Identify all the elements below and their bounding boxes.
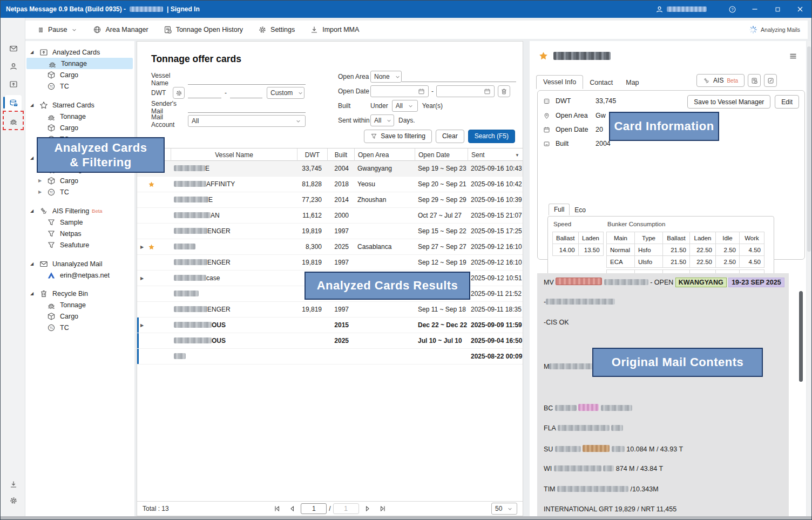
sidebar-group-starred-cards[interactable]: ◢ Starred Cards (25, 99, 134, 111)
table-row[interactable]: OUS 2025 Jul 10 ~ Jul 10 2025-09-04 16:5… (137, 333, 523, 349)
import-mma-label: Import MMA (322, 26, 359, 33)
row-expand-icon[interactable]: ▶ (140, 245, 145, 249)
sidebar-group-recycle-bin[interactable]: ◢ Recycle Bin (25, 288, 134, 299)
dwt-settings-button[interactable] (173, 87, 185, 99)
sidebar-item-recycle-tc[interactable]: TC (25, 322, 134, 333)
rail-contacts-button[interactable] (5, 58, 22, 74)
open-area-select[interactable]: None (370, 71, 402, 83)
sidebar-item-recycle-cargo[interactable]: Cargo (25, 310, 134, 322)
rail-vessel-button[interactable] (5, 113, 22, 129)
sidebar-item-tc[interactable]: TC (25, 80, 134, 92)
open-area-extra-input[interactable] (402, 71, 516, 82)
sidebar-item-starred-tonnage[interactable]: Tonnage (25, 111, 134, 122)
rail-download-button[interactable] (5, 476, 22, 492)
area-manager-button[interactable]: Area Manager (93, 25, 148, 34)
sidebar-item-cargo[interactable]: Cargo (25, 69, 134, 80)
next-page-button[interactable] (361, 503, 374, 515)
sent-within-select[interactable]: All (370, 114, 394, 126)
page-input[interactable]: 1 (301, 503, 327, 514)
table-row[interactable]: E 77,230 2014 Zhoushan Sep 29 ~ Sep 29 2… (137, 192, 523, 208)
sidebar-item-tonnage[interactable]: Tonnage (26, 58, 133, 69)
cell-open-area: Yeosu (354, 180, 415, 188)
row-expand-icon[interactable]: ▶ (140, 323, 145, 328)
tonnage-open-history-button[interactable]: Tonnage Open History (164, 25, 243, 34)
sidebar-item-mail-account[interactable]: erin@netpas.net (25, 269, 134, 281)
table-row[interactable]: ENGER 19,819 1997 Sep 12 ~ Sep 19 2025-0… (137, 255, 523, 271)
help-button[interactable] (721, 1, 743, 18)
built-select[interactable]: All (392, 100, 418, 112)
dwt-max-input[interactable] (230, 87, 262, 98)
account-menu[interactable] (655, 5, 707, 13)
close-button[interactable] (789, 1, 811, 18)
rail-settings-button[interactable] (5, 492, 22, 508)
tab-map[interactable]: Map (619, 76, 645, 89)
star-icon[interactable] (538, 51, 549, 61)
card-edit-button[interactable] (764, 74, 777, 87)
table-row[interactable]: 2025-08-22 00:09 (137, 349, 523, 364)
dwt-min-input[interactable] (188, 87, 221, 98)
table-row[interactable]: ▶ OUS 2015 Dec 22 ~ Dec 22 2025-09-09 11… (137, 318, 523, 333)
table-row[interactable]: ▶ 8,300 2025 Casablanca Sep 27 ~ Sep 27 … (137, 239, 523, 255)
prev-page-button[interactable] (286, 503, 299, 515)
rail-mail-button[interactable] (5, 40, 22, 56)
sidebar-item-ais-sample[interactable]: Sample (25, 217, 134, 228)
col-open-date[interactable]: Open Date (415, 148, 468, 161)
vessel-name-input[interactable] (188, 74, 306, 85)
col-vessel-name[interactable]: Vessel Name (171, 148, 297, 161)
clear-button[interactable]: Clear (436, 130, 464, 143)
sidebar-item-recycle-tonnage[interactable]: Tonnage (25, 299, 134, 310)
sidebar-item-group3-cargo[interactable]: ▶ Cargo (25, 175, 134, 186)
table-row[interactable]: ENGER 19,819 1997 Sep 11 ~ Sep 18 2025-0… (137, 302, 523, 318)
tab-vessel-info[interactable]: Vessel Info (536, 75, 583, 89)
ship-icon (47, 112, 56, 121)
table-row[interactable]: AFFINITY 81,828 2018 Yeosu Sep 20 ~ Sep … (137, 177, 523, 192)
col-built[interactable]: Built (327, 148, 354, 161)
import-mma-button[interactable]: Import MMA (310, 25, 359, 34)
sidebar-item-starred-cargo[interactable]: Cargo (25, 122, 134, 133)
redacted-vessel-name (174, 181, 206, 187)
sidebar-item-group3-tc[interactable]: ▶ TC (25, 186, 134, 198)
rail-analyzed-cards-button[interactable] (5, 95, 22, 111)
table-row[interactable]: ENGER 19,819 1997 Sep 15 ~ Sep 22 2025-0… (137, 224, 523, 239)
star-icon[interactable] (148, 181, 155, 188)
col-sent[interactable]: Sent ▼ (468, 148, 523, 161)
mail-account-select[interactable]: All (188, 115, 306, 127)
search-button[interactable]: Search (F5) (468, 130, 515, 143)
mail-scrollbar-thumb[interactable] (799, 291, 803, 382)
card-history-button[interactable] (748, 74, 761, 87)
open-date-from-input[interactable] (370, 85, 429, 97)
tab-eco[interactable]: Eco (570, 205, 591, 215)
sidebar-group-analyzed-cards[interactable]: ◢ Analyzed Cards (25, 46, 134, 58)
minimize-button[interactable] (743, 1, 766, 18)
tab-full[interactable]: Full (549, 204, 570, 215)
pause-button[interactable]: Pause (37, 26, 78, 33)
save-to-filtering-button[interactable]: Save to filtering (364, 130, 432, 143)
last-page-button[interactable] (376, 503, 389, 515)
card-menu-button[interactable] (789, 52, 797, 62)
pause-icon (37, 26, 44, 33)
sidebar-group-unanalyzed-mail[interactable]: ◢ Unanalyzed Mail (25, 258, 134, 269)
sidebar-item-ais-seafuture[interactable]: Seafuture (25, 239, 134, 251)
chevron-down-icon (297, 90, 304, 97)
sidebar-item-ais-netpas[interactable]: Netpas (25, 228, 134, 239)
col-open-area[interactable]: Open Area (354, 148, 415, 161)
col-dwt[interactable]: DWT (297, 148, 327, 161)
panel-scrollbar-thumb[interactable] (807, 46, 811, 252)
first-page-button[interactable] (270, 503, 283, 515)
open-date-clear-button[interactable] (498, 85, 510, 97)
settings-button[interactable]: Settings (258, 25, 295, 34)
rail-import-button[interactable] (5, 76, 22, 92)
dwt-preset-select[interactable]: Custom (267, 87, 304, 99)
open-date-to-input[interactable] (436, 85, 495, 97)
save-to-vessel-manager-button[interactable]: Save to Vessel Manager (687, 95, 770, 109)
table-row[interactable]: AN 11,612 2000 Oct 27 ~ Jul 27 2025-09-1… (137, 208, 523, 224)
table-row[interactable]: E 33,745 2004 Gwangyang Sep 19 ~ Sep 23 … (137, 161, 523, 177)
sidebar-group-ais-filtering[interactable]: ◢ AIS Filtering Beta (25, 205, 134, 217)
senders-mail-input[interactable] (188, 102, 306, 113)
row-expand-icon[interactable]: ▶ (140, 276, 145, 281)
tab-contact[interactable]: Contact (583, 76, 619, 89)
maximize-button[interactable] (766, 1, 789, 18)
edit-button[interactable]: Edit (775, 95, 799, 109)
ais-button[interactable]: AIS Beta (696, 74, 745, 87)
star-icon[interactable] (148, 244, 155, 251)
